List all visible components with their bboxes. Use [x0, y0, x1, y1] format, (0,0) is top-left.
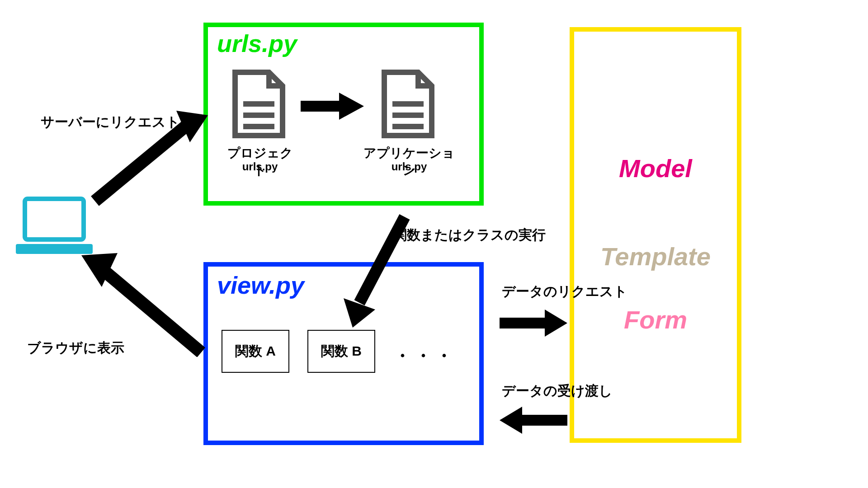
- app-urls-file-icon: [375, 68, 439, 140]
- mtv-box: [570, 27, 741, 443]
- app-urls-sub: urls.py: [357, 160, 461, 173]
- arrow-project-to-app: [301, 90, 364, 122]
- template-label: Template: [570, 242, 741, 271]
- model-label: Model: [570, 154, 741, 183]
- urls-box-title: urls.py: [217, 29, 297, 57]
- svg-marker-19: [500, 407, 522, 434]
- svg-marker-6: [339, 93, 364, 120]
- arrow-data-request: [500, 307, 567, 339]
- functions-ellipsis: ・・・: [393, 343, 456, 368]
- data-request-label: データのリクエスト: [502, 282, 627, 301]
- data-passing-label: データの受け渡し: [502, 382, 613, 400]
- svg-rect-5: [301, 101, 339, 112]
- project-urls-sub: urls.py: [222, 160, 298, 173]
- svg-rect-16: [500, 318, 545, 328]
- display-label: ブラウザに表示: [27, 339, 124, 357]
- function-b-box: 関数 B: [307, 330, 375, 373]
- request-label: サーバーにリクエスト: [41, 113, 180, 131]
- arrow-data-passing: [500, 404, 567, 436]
- svg-line-10: [95, 127, 185, 201]
- project-urls-file-icon: [226, 68, 289, 140]
- form-label: Form: [570, 305, 741, 334]
- svg-rect-18: [522, 415, 567, 426]
- exec-label: 関数またはクラスの実行: [393, 226, 546, 244]
- function-a-box: 関数 A: [222, 330, 289, 373]
- svg-rect-0: [25, 199, 84, 239]
- view-box-title: view.py: [217, 271, 304, 299]
- svg-marker-17: [545, 310, 567, 337]
